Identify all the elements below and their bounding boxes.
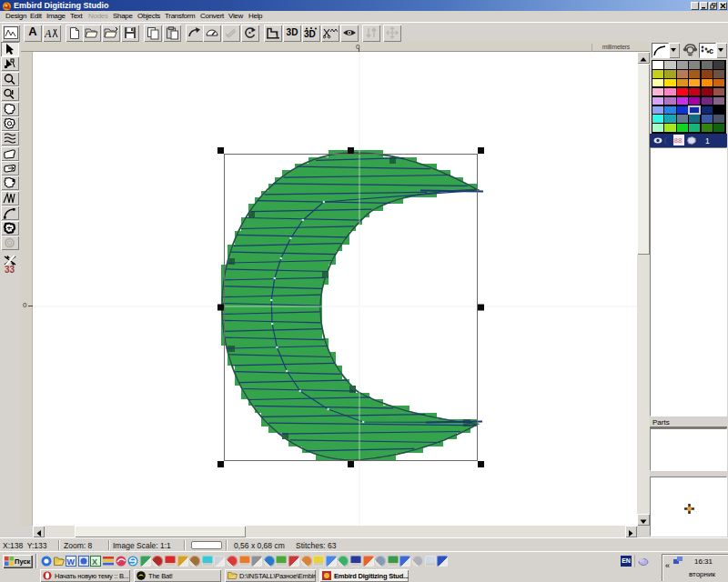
svg-text:88: 88 (674, 136, 682, 145)
svg-text:c: c (709, 46, 713, 55)
svg-text:A: A (45, 27, 52, 40)
svg-text:3D: 3D (304, 29, 316, 39)
svg-text:X: X (92, 557, 97, 567)
svg-text:W: W (67, 557, 76, 567)
